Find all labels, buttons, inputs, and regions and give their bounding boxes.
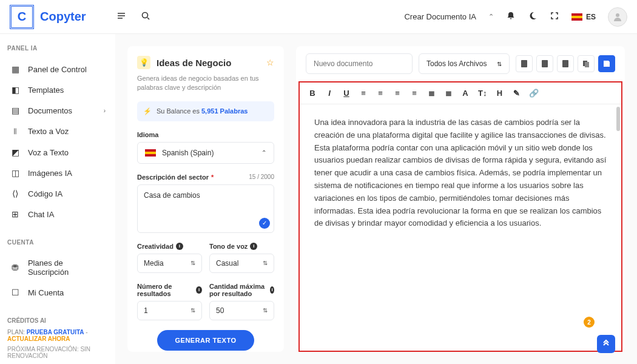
info-icon[interactable]: i [176, 243, 183, 250]
form-title: Ideas de Negocio [157, 58, 260, 68]
align-center-button[interactable]: ≡ [376, 89, 385, 98]
align-justify-button[interactable]: ≡ [410, 89, 419, 98]
sidebar-section-cuenta: CUENTA [7, 239, 108, 246]
align-right-button[interactable]: ≡ [393, 89, 402, 98]
align-left-button[interactable]: ≡ [359, 89, 368, 98]
unordered-list-button[interactable]: ≣ [444, 89, 453, 98]
export-pdf-icon[interactable] [536, 55, 553, 72]
account-icon: ☐ [10, 288, 21, 297]
create-document-link[interactable]: Crear Documento IA [404, 12, 476, 21]
ordered-list-button[interactable]: ≣ [427, 89, 436, 98]
sidebar-item-chat[interactable]: ⊞Chat IA [7, 204, 108, 224]
chevron-up-icon[interactable]: ⌃ [488, 13, 494, 21]
export-word-icon[interactable] [516, 55, 533, 72]
editor-panel: Todos los Archivos⇅ B I U ≡ [296, 46, 625, 352]
sidebar-item-templates[interactable]: ◧Templates [7, 79, 108, 100]
editor-content[interactable]: Una idea innovadora para la industria de… [300, 104, 621, 351]
moon-icon[interactable] [528, 11, 538, 22]
save-icon[interactable] [598, 55, 615, 72]
sidebar-item-label: Planes de Suscripción [28, 258, 106, 277]
code-icon: ⟨⟩ [10, 189, 21, 198]
sidebar-item-label: Mi Cuenta [28, 288, 64, 297]
format-toolbar: B I U ≡ ≡ ≡ ≡ ≣ ≣ A T↕ H ✎ 🔗 [300, 83, 621, 104]
sidebar-item-codigo[interactable]: ⟨⟩Código IA [7, 183, 108, 204]
chevron-right-icon: › [104, 107, 106, 114]
chat-icon: ⊞ [10, 209, 21, 219]
lightbulb-icon: 💡 [137, 56, 150, 69]
sector-label: Descripción del sector* 15 / 2000 [137, 174, 274, 181]
maxwords-stepper[interactable]: 50⇅ [209, 301, 274, 320]
renewal-text: PRÓXIMA RENOVACIÓN: SIN RENOVACIÓN [7, 346, 108, 359]
documents-icon: ▤ [10, 106, 21, 115]
link-button[interactable]: 🔗 [529, 89, 539, 98]
font-button[interactable]: A [461, 89, 470, 98]
plans-icon: ⛃ [10, 263, 21, 272]
flag-spain-icon [145, 149, 156, 157]
generate-button[interactable]: GENERAR TEXTO [157, 330, 254, 351]
sector-textarea[interactable]: Casa de cambios ✓ [137, 184, 274, 233]
export-txt-icon[interactable] [557, 55, 574, 72]
plan-line: PLAN: PRUEBA GRATUITA - ACTUALIZAR AHORA [7, 329, 108, 342]
svg-point-1 [616, 13, 619, 17]
notification-badge[interactable]: 2 [584, 317, 595, 328]
sidebar-item-label: Documentos [28, 106, 72, 115]
upgrade-link[interactable]: ACTUALIZAR AHORA [7, 335, 70, 342]
heading-button[interactable]: H [495, 89, 504, 98]
sidebar-item-label: Templates [28, 86, 64, 95]
star-icon[interactable]: ☆ [266, 58, 274, 67]
copy-icon[interactable] [578, 55, 595, 72]
sidebar-item-label: Imágenes IA [28, 169, 72, 178]
balance-banner: ⚡ Su Balance es 5,951 Palabras [137, 101, 274, 121]
language-label: Idioma [137, 131, 274, 138]
logo-text: Copyter [40, 10, 86, 24]
bold-button[interactable]: B [308, 89, 317, 98]
plan-name-link[interactable]: PRUEBA GRATUITA [27, 329, 84, 335]
svg-rect-3 [542, 60, 548, 67]
info-icon[interactable]: i [196, 286, 202, 294]
font-size-button[interactable]: T↕ [478, 89, 487, 98]
sidebar-item-label: Panel de Control [28, 65, 87, 74]
document-title-input[interactable] [306, 53, 413, 74]
dashboard-icon: ▦ [10, 64, 21, 74]
updown-icon: ⇅ [190, 260, 195, 266]
char-count: 15 / 2000 [249, 174, 274, 180]
search-icon[interactable] [141, 11, 150, 22]
results-stepper[interactable]: 1⇅ [137, 301, 202, 320]
info-icon[interactable]: i [270, 286, 274, 294]
bell-icon[interactable] [506, 11, 516, 22]
italic-button[interactable]: I [325, 89, 334, 98]
avatar[interactable] [608, 7, 627, 27]
archive-select[interactable]: Todos los Archivos⇅ [419, 53, 510, 74]
tone-select[interactable]: Casual⇅ [209, 254, 274, 273]
underline-button[interactable]: U [342, 89, 351, 98]
scrollbar[interactable] [615, 107, 620, 348]
sidebar-item-texto-voz[interactable]: ⦀Texto a Voz [7, 121, 108, 142]
menu-toggle-icon[interactable] [116, 11, 126, 22]
credits-heading: CRÉDITOS AI [7, 317, 108, 324]
sidebar-item-mi-cuenta[interactable]: ☐Mi Cuenta [7, 282, 108, 303]
fullscreen-icon[interactable] [550, 11, 559, 22]
sidebar-item-panel-control[interactable]: ▦Panel de Control [7, 59, 108, 79]
logo-mark: C [10, 5, 34, 29]
updown-icon: ⇅ [190, 307, 195, 314]
sidebar-item-voz-texto[interactable]: ◩Voz a Texto [7, 142, 108, 163]
sidebar-item-label: Texto a Voz [28, 127, 69, 136]
sidebar-item-documentos[interactable]: ▤Documentos› [7, 100, 108, 121]
creativity-select[interactable]: Media⇅ [137, 254, 202, 273]
highlight-button[interactable]: ✎ [512, 89, 521, 98]
required-mark: * [211, 174, 214, 181]
sidebar-item-planes[interactable]: ⛃Planes de Suscripción [7, 253, 108, 282]
info-icon[interactable]: i [250, 243, 257, 250]
sidebar-item-imagenes[interactable]: ◫Imágenes IA [7, 163, 108, 183]
flag-spain-icon [571, 13, 582, 21]
language-code: ES [586, 13, 596, 21]
maxwords-label: Cantidad máxima por resultado i [209, 283, 274, 297]
scroll-top-button[interactable] [597, 335, 615, 353]
form-description: Genera ideas de negocio basadas en tus p… [137, 74, 274, 93]
language-selector[interactable]: ES [571, 13, 596, 21]
language-select[interactable]: Spanish (Spain) ⌃ [137, 142, 274, 164]
form-panel: 💡 Ideas de Negocio ☆ Genera ideas de neg… [127, 46, 284, 352]
sidebar-section-panel: PANEL IA [7, 45, 108, 52]
sidebar-item-label: Código IA [28, 189, 62, 198]
tts-icon: ⦀ [10, 126, 21, 136]
